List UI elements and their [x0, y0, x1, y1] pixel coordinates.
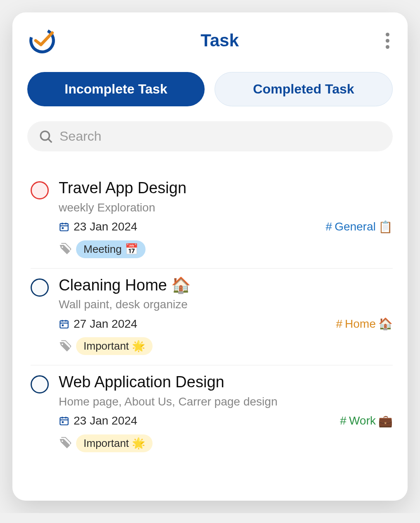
category-emoji: 💼: [378, 414, 393, 428]
task-checkbox[interactable]: [31, 278, 49, 297]
task-tags: Meeting 📅: [59, 240, 393, 258]
app-logo: [27, 26, 57, 55]
hash-icon: #: [336, 317, 343, 331]
category-label: Home: [345, 317, 376, 331]
task-date: 23 Jan 2024: [59, 220, 137, 233]
task-body: Web Application Design Home page, About …: [59, 373, 393, 452]
task-title: Travel App Design: [59, 179, 393, 198]
task-subtitle: Home page, About Us, Carrer page design: [59, 395, 393, 408]
task-body: Travel App Design weekly Exploration 23 …: [59, 179, 393, 258]
category-label: Work: [349, 414, 376, 427]
task-row[interactable]: Cleaning Home 🏠 Wall paint, desk organiz…: [31, 269, 393, 366]
task-list: Travel App Design weekly Exploration 23 …: [27, 171, 393, 462]
tab-incomplete[interactable]: Incomplete Task: [27, 72, 205, 106]
tag-chip[interactable]: Important 🌟: [76, 337, 153, 355]
task-subtitle: Wall paint, desk organize: [59, 298, 393, 311]
task-date-text: 27 Jan 2024: [74, 317, 137, 331]
task-tags: Important 🌟: [59, 434, 393, 452]
svg-point-8: [62, 246, 63, 248]
task-category[interactable]: #Work 💼: [340, 414, 393, 428]
task-category[interactable]: #General 📋: [326, 220, 393, 234]
task-row[interactable]: Web Application Design Home page, About …: [31, 365, 393, 462]
svg-point-0: [27, 26, 57, 55]
search-icon: [39, 130, 53, 144]
task-date: 23 Jan 2024: [59, 414, 137, 427]
task-checkbox[interactable]: [31, 375, 49, 393]
task-date-text: 23 Jan 2024: [74, 220, 137, 233]
tag-chip[interactable]: Meeting 📅: [76, 240, 146, 258]
task-row[interactable]: Travel App Design weekly Exploration 23 …: [31, 171, 393, 269]
svg-line-2: [48, 139, 52, 142]
calendar-icon: [59, 221, 69, 232]
svg-rect-15: [60, 418, 68, 425]
calendar-icon: [59, 415, 69, 426]
task-body: Cleaning Home 🏠 Wall paint, desk organiz…: [59, 276, 393, 355]
tab-completed[interactable]: Completed Task: [215, 72, 393, 106]
svg-rect-9: [60, 321, 68, 328]
header: Task: [27, 26, 393, 55]
svg-point-20: [62, 440, 63, 442]
task-checkbox[interactable]: [31, 181, 49, 199]
svg-point-14: [62, 343, 63, 345]
hash-icon: #: [326, 220, 332, 233]
svg-rect-3: [60, 224, 68, 231]
category-label: General: [334, 220, 376, 233]
task-title: Cleaning Home 🏠: [59, 276, 393, 295]
more-menu-icon[interactable]: [382, 29, 393, 52]
page-title: Task: [57, 31, 382, 50]
calendar-icon: [59, 319, 69, 329]
task-date: 27 Jan 2024: [59, 317, 137, 331]
task-date-text: 23 Jan 2024: [74, 414, 137, 427]
tag-icon: [59, 437, 71, 449]
category-emoji: 📋: [378, 220, 393, 234]
tab-bar: Incomplete Task Completed Task: [27, 72, 393, 106]
svg-rect-19: [62, 421, 64, 423]
svg-point-1: [41, 131, 49, 140]
search-bar[interactable]: [27, 121, 393, 151]
task-title: Web Application Design: [59, 373, 393, 392]
task-tags: Important 🌟: [59, 337, 393, 355]
task-subtitle: weekly Exploration: [59, 201, 393, 214]
category-emoji: 🏠: [378, 317, 393, 331]
task-category[interactable]: #Home 🏠: [336, 317, 393, 331]
tag-icon: [59, 243, 71, 255]
svg-rect-7: [62, 227, 64, 229]
tag-icon: [59, 340, 71, 353]
search-input[interactable]: [60, 129, 381, 144]
svg-rect-13: [62, 324, 64, 326]
app-container: Task Incomplete Task Completed Task Trav…: [12, 12, 408, 501]
hash-icon: #: [340, 414, 347, 427]
tag-chip[interactable]: Important 🌟: [76, 434, 153, 452]
